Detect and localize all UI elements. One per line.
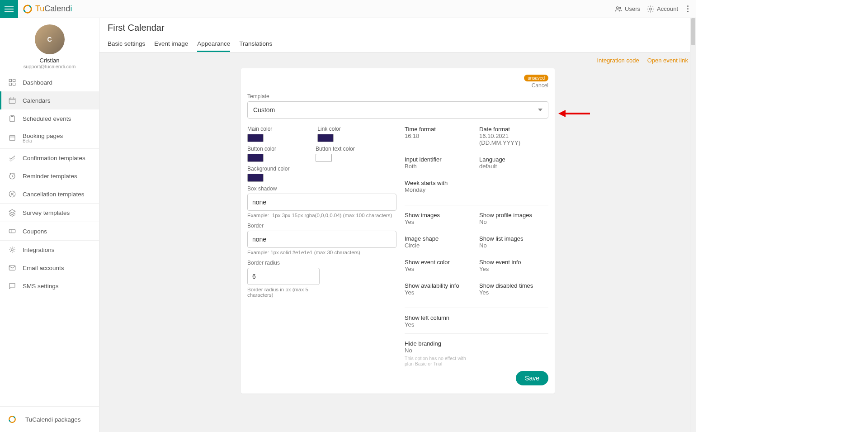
background-color-swatch[interactable] bbox=[247, 174, 264, 182]
svg-rect-2 bbox=[5, 11, 14, 12]
sidebar-item-confirmation-templates[interactable]: Confirmation templates bbox=[0, 149, 99, 167]
open-event-link[interactable]: Open event link bbox=[647, 57, 688, 64]
show-images-label: Show images bbox=[405, 212, 474, 218]
sidebar-item-survey-templates[interactable]: Survey templates bbox=[0, 204, 99, 222]
border-radius-input[interactable] bbox=[247, 268, 320, 285]
show-disabled-times-label: Show disabled times bbox=[479, 282, 548, 289]
show-availability-value: Yes bbox=[405, 289, 474, 296]
tab-event-image[interactable]: Event image bbox=[154, 37, 188, 52]
sidebar-item-reminder-templates[interactable]: Reminder templates bbox=[0, 167, 99, 185]
brand-tu: Tu bbox=[35, 4, 44, 13]
svg-point-5 bbox=[617, 6, 619, 9]
sidebar-item-label: Reminder templates bbox=[23, 173, 77, 180]
date-format-value: 16.10.2021 (DD.MM.YYYY) bbox=[479, 133, 548, 146]
hide-branding-label: Hide branding bbox=[405, 340, 548, 347]
users-link[interactable]: Users bbox=[614, 5, 640, 13]
sidebar-item-email-accounts[interactable]: Email accounts bbox=[0, 259, 99, 277]
scrollbar[interactable] bbox=[690, 18, 696, 432]
gear-icon bbox=[8, 246, 16, 254]
appearance-card: unsaved Cancel Template Custom Main colo… bbox=[241, 68, 555, 394]
background-color-label: Background color bbox=[247, 166, 289, 172]
button-color-label: Button color bbox=[247, 146, 276, 152]
tab-appearance[interactable]: Appearance bbox=[197, 37, 230, 52]
dashboard-icon bbox=[8, 78, 16, 86]
profile-name: Cristian bbox=[0, 57, 99, 64]
show-event-color-value: Yes bbox=[405, 266, 474, 272]
sidebar-item-label: TuCalendi packages bbox=[25, 416, 81, 423]
hide-branding-note: This option has no effect with plan Basi… bbox=[405, 356, 472, 366]
clock-icon bbox=[8, 172, 16, 180]
language-label: Language bbox=[479, 156, 548, 163]
show-disabled-times-value: Yes bbox=[479, 289, 548, 296]
main-color-swatch[interactable] bbox=[247, 134, 264, 142]
box-shadow-help: Example: -1px 3px 15px rgba(0,0,0,0.04) … bbox=[247, 213, 396, 218]
sidebar-item-dashboard[interactable]: Dashboard bbox=[0, 73, 99, 91]
svg-rect-12 bbox=[9, 98, 15, 104]
layers-icon bbox=[8, 209, 16, 217]
brand-logo[interactable]: TuCalendi bbox=[18, 4, 76, 14]
page-title: First Calendar bbox=[108, 23, 688, 33]
svg-rect-15 bbox=[9, 136, 15, 141]
sidebar-item-scheduled-events[interactable]: Scheduled events bbox=[0, 109, 99, 128]
profile-block: C Cristian support@tucalendi.com bbox=[0, 18, 99, 73]
sidebar-item-cancellation-templates[interactable]: Cancellation templates bbox=[0, 185, 99, 203]
button-text-color-label: Button text color bbox=[316, 146, 355, 152]
svg-point-6 bbox=[619, 7, 621, 9]
tab-bar: Basic settings Event image Appearance Tr… bbox=[108, 37, 688, 52]
avatar[interactable]: C bbox=[35, 24, 65, 54]
sidebar-item-sms-settings[interactable]: SMS settings bbox=[0, 277, 99, 295]
button-color-swatch[interactable] bbox=[247, 154, 264, 162]
account-label: Account bbox=[657, 5, 678, 12]
sidebar-item-coupons[interactable]: Coupons bbox=[0, 222, 99, 240]
cancel-link[interactable]: Cancel bbox=[532, 82, 548, 89]
sidebar-item-integrations[interactable]: Integrations bbox=[0, 241, 99, 259]
svg-rect-10 bbox=[9, 83, 11, 85]
tab-basic-settings[interactable]: Basic settings bbox=[108, 37, 145, 52]
sidebar-item-label: Dashboard bbox=[23, 79, 52, 86]
border-input[interactable] bbox=[247, 231, 396, 248]
content-area: First Calendar Basic settings Event imag… bbox=[99, 18, 696, 432]
template-select[interactable]: Custom bbox=[247, 101, 548, 119]
sidebar-item-label: Survey templates bbox=[23, 209, 70, 216]
mail-icon bbox=[8, 264, 16, 272]
calendar-icon bbox=[8, 96, 16, 104]
brand-cal: Calend bbox=[44, 4, 70, 13]
sidebar-item-booking-pages[interactable]: Booking pages Beta bbox=[0, 128, 99, 148]
language-value: default bbox=[479, 163, 548, 170]
show-list-images-label: Show list images bbox=[479, 235, 548, 242]
show-list-images-value: No bbox=[479, 242, 548, 249]
template-select-value: Custom bbox=[253, 106, 275, 114]
sidebar-item-sublabel: Beta bbox=[23, 138, 63, 143]
border-radius-label: Border radius bbox=[247, 260, 396, 266]
show-left-column-label: Show left column bbox=[405, 314, 548, 321]
save-button[interactable]: Save bbox=[516, 371, 548, 385]
clipboard-icon bbox=[8, 114, 16, 123]
users-icon bbox=[614, 5, 623, 13]
time-format-value: 16:18 bbox=[405, 133, 474, 139]
week-starts-value: Monday bbox=[405, 186, 474, 193]
button-text-color-swatch[interactable] bbox=[316, 154, 332, 162]
time-format-label: Time format bbox=[405, 126, 474, 133]
svg-rect-11 bbox=[13, 83, 15, 85]
account-link[interactable]: Account bbox=[646, 5, 678, 13]
show-profile-images-value: No bbox=[479, 218, 548, 225]
tab-translations[interactable]: Translations bbox=[239, 37, 272, 52]
template-label: Template bbox=[247, 93, 548, 100]
sidebar-item-packages[interactable]: TuCalendi packages bbox=[0, 410, 99, 428]
input-identifier-value: Both bbox=[405, 163, 474, 170]
sidebar-item-label: Scheduled events bbox=[23, 115, 71, 122]
integration-code-link[interactable]: Integration code bbox=[597, 57, 639, 64]
sidebar: C Cristian support@tucalendi.com Dashboa… bbox=[0, 18, 99, 432]
link-color-swatch[interactable] bbox=[317, 134, 334, 142]
sidebar-item-calendars[interactable]: Calendars bbox=[0, 91, 99, 109]
hide-branding-value: No bbox=[405, 347, 548, 354]
border-help: Example: 1px solid #e1e1e1 (max 30 chara… bbox=[247, 250, 396, 255]
overflow-menu-button[interactable] bbox=[684, 5, 691, 12]
svg-rect-9 bbox=[13, 79, 15, 81]
image-shape-value: Circle bbox=[405, 242, 474, 249]
box-shadow-input[interactable] bbox=[247, 194, 396, 211]
link-color-label: Link color bbox=[317, 126, 340, 132]
cancel-icon bbox=[8, 190, 16, 198]
hamburger-menu-button[interactable] bbox=[0, 0, 18, 18]
logo-ring-icon bbox=[23, 4, 33, 14]
